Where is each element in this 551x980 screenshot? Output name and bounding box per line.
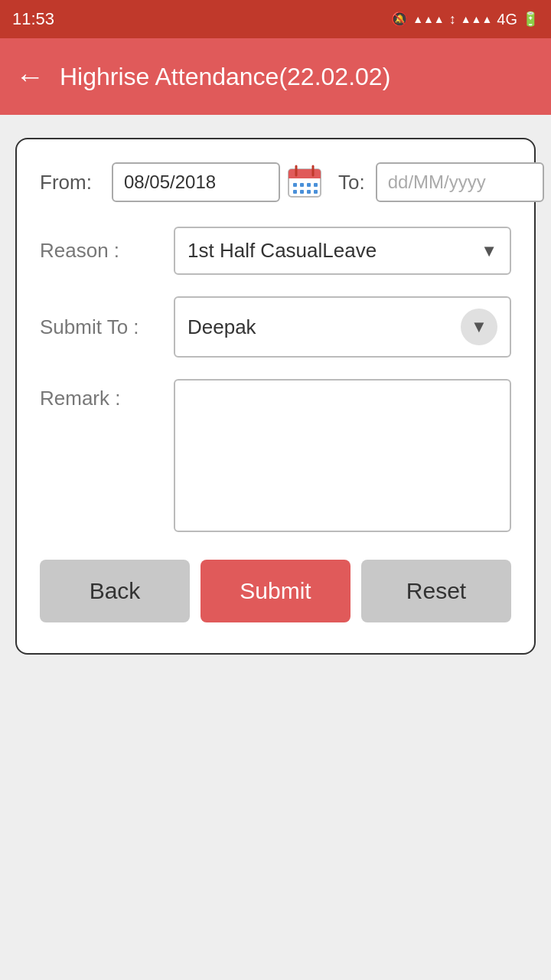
to-label: To: <box>338 171 365 194</box>
buttons-row: Back Submit Reset <box>40 560 511 622</box>
reason-value: 1st Half CasualLeave <box>187 239 377 263</box>
data-arrows-icon: ↕ <box>449 11 456 28</box>
status-icons: 🔕 ▲▲▲ ↕ ▲▲▲ 4G 🔋 <box>391 11 539 28</box>
submit-button[interactable]: Submit <box>201 560 350 622</box>
svg-rect-2 <box>289 175 321 178</box>
from-label: From: <box>40 171 101 194</box>
reason-label: Reason : <box>40 239 174 263</box>
reason-row: Reason : 1st Half CasualLeave ▼ <box>40 227 511 275</box>
to-date-input[interactable] <box>376 162 544 202</box>
main-content: From: <box>0 115 551 980</box>
submit-to-label: Submit To : <box>40 315 174 339</box>
submit-to-dropdown-arrow-icon: ▼ <box>461 309 497 345</box>
remark-row: Remark : <box>40 379 511 532</box>
submit-to-value: Deepak <box>187 315 256 339</box>
svg-rect-9 <box>293 190 297 194</box>
reason-dropdown-box[interactable]: 1st Half CasualLeave ▼ <box>174 227 511 275</box>
remark-label: Remark : <box>40 379 174 410</box>
svg-rect-10 <box>300 190 304 194</box>
from-date-wrapper <box>112 162 324 202</box>
from-calendar-icon[interactable] <box>285 162 324 202</box>
svg-rect-7 <box>307 183 311 187</box>
form-card: From: <box>15 138 536 655</box>
toolbar: ← Highrise Attendance(22.02.02) <box>0 38 551 115</box>
reason-dropdown-arrow-icon: ▼ <box>481 241 497 261</box>
status-bar: 11:53 🔕 ▲▲▲ ↕ ▲▲▲ 4G 🔋 <box>0 0 551 38</box>
from-date-input[interactable] <box>112 162 280 202</box>
signal2-icon: ▲▲▲ <box>461 13 493 25</box>
svg-rect-6 <box>300 183 304 187</box>
back-nav-icon[interactable]: ← <box>15 62 44 91</box>
submit-to-dropdown[interactable]: Deepak ▼ <box>174 296 511 358</box>
to-date-wrapper <box>376 162 551 202</box>
svg-rect-8 <box>314 183 318 187</box>
svg-rect-12 <box>314 190 318 194</box>
svg-rect-5 <box>293 183 297 187</box>
mute-icon: 🔕 <box>391 11 408 28</box>
submit-to-row: Submit To : Deepak ▼ <box>40 296 511 358</box>
back-button[interactable]: Back <box>40 560 190 622</box>
svg-rect-11 <box>307 190 311 194</box>
status-time: 11:53 <box>12 9 54 29</box>
submit-to-dropdown-box[interactable]: Deepak ▼ <box>174 296 511 358</box>
reset-button[interactable]: Reset <box>361 560 511 622</box>
page-title: Highrise Attendance(22.02.02) <box>60 63 390 91</box>
date-row: From: <box>40 162 511 202</box>
network-label: 4G <box>497 11 517 28</box>
battery-icon: 🔋 <box>522 11 539 28</box>
remark-textarea[interactable] <box>174 379 511 532</box>
reason-dropdown[interactable]: 1st Half CasualLeave ▼ <box>174 227 511 275</box>
signal-icon: ▲▲▲ <box>412 13 445 25</box>
